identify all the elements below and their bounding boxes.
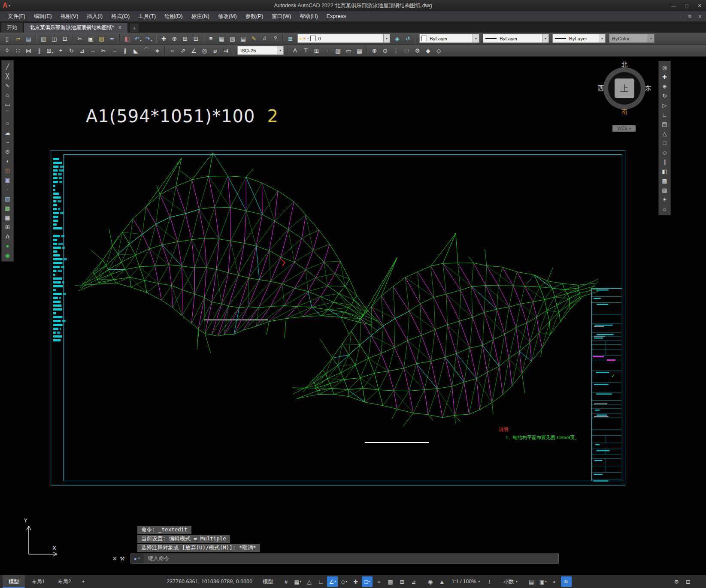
- layer-thaw-icon[interactable]: ☀: [303, 36, 306, 41]
- zoom-window-icon[interactable]: ⊞: [180, 33, 191, 43]
- ellipse-icon[interactable]: ⊙: [3, 147, 12, 156]
- arc-icon[interactable]: ⌒: [3, 109, 12, 118]
- zoom-tool-icon[interactable]: ⊕: [660, 81, 670, 91]
- dim-diameter-icon[interactable]: ⌀: [210, 45, 221, 55]
- dim-style-control[interactable]: ISO-25▾: [237, 46, 284, 55]
- quick-select-icon[interactable]: ◉: [3, 250, 12, 260]
- block-editor-icon[interactable]: ◧: [122, 33, 133, 43]
- named-views-icon[interactable]: ▤: [660, 119, 670, 129]
- selection-cycling-icon[interactable]: ⊞: [397, 576, 407, 587]
- menu-item-4[interactable]: 格式(O): [107, 11, 134, 21]
- command-options-icon[interactable]: ⚒: [120, 555, 125, 562]
- mirror-icon[interactable]: ⋈: [23, 45, 34, 55]
- chevron-down-icon[interactable]: ▾: [383, 34, 390, 42]
- open-icon[interactable]: ▱: [12, 33, 23, 43]
- drawing-canvas[interactable]: ✓YX A1(594*1051)*1002 上 北 南 西 东 WCS ▾ 说明…: [0, 57, 706, 575]
- gradient-icon[interactable]: ▩: [3, 203, 12, 213]
- doc-restore-button[interactable]: ⧉: [685, 11, 695, 21]
- make-object-layer-current-icon[interactable]: ◈: [392, 33, 403, 43]
- materials-icon[interactable]: ▨: [660, 185, 670, 195]
- pan-tool-icon[interactable]: ✚: [660, 72, 670, 81]
- menu-item-12[interactable]: Express: [322, 11, 350, 21]
- make-block-icon[interactable]: ▣: [3, 175, 12, 184]
- add-selected-icon[interactable]: ●: [3, 241, 12, 250]
- match-properties-icon[interactable]: ✒: [107, 33, 118, 43]
- new-layout-button[interactable]: +: [78, 575, 88, 588]
- spline-icon[interactable]: ~: [3, 137, 12, 147]
- command-input[interactable]: ▸ ▾ 键入命令: [130, 553, 559, 564]
- layer-control[interactable]: ●☀▪0▾: [297, 34, 390, 43]
- layer-previous-icon[interactable]: ↺: [403, 33, 413, 43]
- lights-icon[interactable]: ☀: [660, 195, 670, 204]
- cut-icon[interactable]: ✂: [75, 33, 85, 43]
- copy-object-icon[interactable]: ∷: [12, 45, 23, 55]
- region-icon[interactable]: ▦: [3, 213, 12, 222]
- id-point-icon[interactable]: ⊙: [380, 45, 391, 55]
- camera-icon[interactable]: ◧: [660, 166, 670, 176]
- ungroup-icon[interactable]: ◇: [433, 45, 444, 55]
- view-compass[interactable]: 上 北 南 西 东: [597, 61, 652, 116]
- menu-item-0[interactable]: 文件(F): [3, 11, 30, 21]
- view-top-icon[interactable]: △: [660, 129, 670, 138]
- units[interactable]: 小数▾: [500, 576, 521, 587]
- properties-icon[interactable]: ≡: [206, 33, 216, 43]
- menu-item-10[interactable]: 窗口(W): [267, 11, 295, 21]
- chevron-down-icon[interactable]: ▾: [542, 34, 548, 42]
- isometric-drafting-icon[interactable]: ◇▾: [339, 576, 349, 587]
- move-icon[interactable]: +: [55, 45, 66, 55]
- sheet-set-manager-icon[interactable]: ▤: [238, 33, 248, 43]
- maximize-button[interactable]: □: [680, 0, 693, 11]
- menu-item-2[interactable]: 视图(V): [56, 11, 83, 21]
- undo-icon[interactable]: ↶▾: [133, 33, 143, 43]
- ucs-settings-icon[interactable]: ∟: [660, 110, 670, 119]
- menu-item-9[interactable]: 参数(P): [241, 11, 268, 21]
- insert-block-icon[interactable]: ⊡: [3, 166, 12, 175]
- command-prompt-icon[interactable]: ▸ ▾: [131, 553, 144, 564]
- tab-drawing[interactable]: 北京某俱乐部游泳池屋顶钢结构图纸* ✕: [24, 23, 127, 33]
- clean-screen-icon[interactable]: ⊡: [683, 576, 694, 587]
- fillet-icon[interactable]: ⌒: [141, 45, 152, 55]
- zoom-previous-icon[interactable]: ⊟: [191, 33, 201, 43]
- osnap-settings-icon[interactable]: □: [401, 45, 412, 55]
- doc-minimize-button[interactable]: —: [674, 11, 685, 21]
- construction-line-icon[interactable]: ╳: [3, 71, 12, 81]
- drafting-settings-icon[interactable]: ⚙: [412, 45, 423, 55]
- divide-icon[interactable]: ⋮: [391, 45, 401, 55]
- plot-icon[interactable]: ▥: [38, 33, 49, 43]
- quick-properties-icon[interactable]: ▤: [526, 576, 537, 587]
- chevron-down-icon[interactable]: ▾: [648, 34, 654, 42]
- application-menu-button[interactable]: A ▾: [3, 2, 11, 9]
- model-space-toggle[interactable]: 模型: [259, 576, 276, 587]
- stretch-icon[interactable]: ↔: [88, 45, 98, 55]
- new-drawing-tab-button[interactable]: +: [130, 24, 139, 32]
- dynamic-input-icon[interactable]: ⊿: [408, 576, 419, 587]
- designcenter-icon[interactable]: ▦: [216, 33, 227, 43]
- plot-style-control[interactable]: ByColor▾: [609, 34, 654, 43]
- menu-item-3[interactable]: 插入(I): [82, 11, 107, 21]
- compass-east-label[interactable]: 东: [645, 84, 651, 92]
- annotation-visibility-icon[interactable]: ◉: [425, 576, 436, 587]
- line-icon[interactable]: ╱: [3, 62, 12, 71]
- hatch-icon[interactable]: ▨: [3, 194, 12, 203]
- view-front-icon[interactable]: □: [660, 138, 670, 148]
- lineweight-display-icon[interactable]: ≡: [373, 576, 384, 587]
- hatch-icon[interactable]: ▨: [333, 45, 343, 55]
- array-icon[interactable]: ⊞▾: [45, 45, 55, 55]
- chevron-down-icon[interactable]: ▾: [277, 46, 283, 54]
- chevron-down-icon[interactable]: ▾: [473, 34, 479, 42]
- table-icon[interactable]: ⊞: [311, 45, 322, 55]
- polyline-icon[interactable]: ∿: [3, 81, 12, 90]
- rectangle-icon[interactable]: ▭: [3, 100, 12, 109]
- erase-icon[interactable]: ◊: [2, 45, 12, 55]
- table-icon[interactable]: ⊞: [3, 222, 12, 232]
- annotation-scale[interactable]: 1:1 / 100%▾: [448, 576, 483, 587]
- lineweight-control[interactable]: ByLayer▾: [552, 34, 606, 43]
- lock-ui-icon[interactable]: ▣▾: [538, 576, 548, 587]
- wcs-selector[interactable]: WCS ▾: [612, 125, 636, 132]
- pan-icon[interactable]: ✚: [158, 33, 169, 43]
- compass-top-face[interactable]: 上: [615, 78, 634, 98]
- polygon-icon[interactable]: ⌂: [3, 90, 12, 100]
- circle-icon[interactable]: ○: [3, 118, 12, 128]
- graphics-performance-icon[interactable]: ≋: [561, 576, 572, 587]
- customization-icon[interactable]: ⚙: [671, 576, 682, 587]
